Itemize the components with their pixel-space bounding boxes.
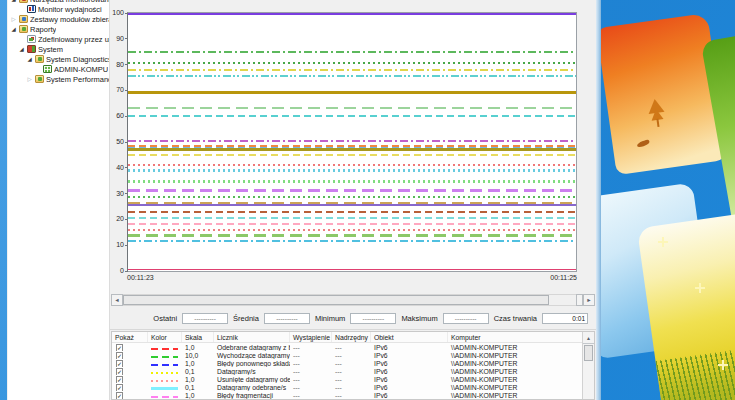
- show-checkbox[interactable]: ✓: [116, 360, 123, 367]
- show-checkbox[interactable]: ✓: [116, 352, 123, 359]
- legend-header-poka[interactable]: Pokaż: [112, 332, 148, 342]
- y-axis-tick: 40: [104, 164, 124, 172]
- sparkle-icon: [658, 237, 668, 247]
- legend-row[interactable]: ✓0,1Datagramy/s------IPv6\\ADMIN-KOMPUTE…: [112, 367, 594, 375]
- counter-cell: Datagramy/s: [214, 368, 290, 375]
- legend-row[interactable]: ✓1,0Błędy fragmentacji------IPv6\\ADMIN-…: [112, 391, 594, 399]
- legend-header-obiekt[interactable]: Obiekt: [371, 332, 448, 342]
- tree-item-label: Zdefiniowany przez uży: [38, 35, 109, 44]
- tree-item-monitor-wydajno-ci[interactable]: Monitor wydajności: [8, 4, 109, 14]
- v-scroll-thumb[interactable]: [584, 345, 593, 361]
- legend-row[interactable]: ✓1,0Odebrane datagramy z bł...------IPv6…: [112, 343, 594, 351]
- legend-header-kolor[interactable]: Kolor: [148, 332, 182, 342]
- tree-item-system[interactable]: ◢System: [8, 44, 109, 54]
- scroll-up-button[interactable]: ▲: [583, 332, 594, 344]
- system-icon: [27, 45, 36, 53]
- x-axis-labels: 00:11:23 00:11:25: [127, 274, 577, 281]
- show-checkbox[interactable]: ✓: [116, 368, 123, 375]
- instance-cell: ---: [290, 392, 332, 399]
- object-cell: IPv6: [371, 384, 448, 391]
- parent-cell: ---: [332, 384, 371, 391]
- chart-line: [128, 269, 576, 270]
- chart-line: [128, 240, 576, 242]
- chart-line: [128, 148, 576, 151]
- y-axis-tick: 30: [104, 190, 124, 198]
- legend-table[interactable]: PokażKolorSkalaLicznikWystąpienieNadrzęd…: [111, 331, 595, 400]
- show-cell: ✓: [112, 360, 148, 367]
- object-cell: IPv6: [371, 392, 448, 399]
- h-scroll-track[interactable]: [123, 294, 576, 306]
- chart-line: [128, 189, 576, 192]
- bird-silhouette: [636, 139, 650, 148]
- h-scroll-thumb[interactable]: [123, 295, 549, 305]
- counter-cell: Wychodzące datagramy ...: [214, 352, 290, 359]
- computer-cell: \\ADMIN-KOMPUTER: [448, 344, 594, 351]
- v-scrollbar[interactable]: ▲: [582, 332, 594, 399]
- folder-tools-icon: [19, 0, 28, 3]
- computer-cell: \\ADMIN-KOMPUTER: [448, 392, 594, 399]
- tree-item-system-performanc[interactable]: ▷System Performanc: [8, 74, 109, 84]
- legend-row[interactable]: ✓1,0Usunięte datagramy odeb...------IPv6…: [112, 375, 594, 383]
- expand-arrow[interactable]: ◢: [26, 54, 33, 64]
- scale-cell: 1,0: [182, 392, 214, 399]
- legend-row[interactable]: ✓0,1Datagramy odebrane/s------IPv6\\ADMI…: [112, 383, 594, 391]
- expand-arrow[interactable]: ◢: [10, 0, 17, 4]
- counter-cell: Błędy ponownego składa...: [214, 360, 290, 367]
- expand-arrow[interactable]: ◢: [10, 24, 17, 34]
- show-checkbox[interactable]: ✓: [116, 376, 123, 383]
- expand-arrow[interactable]: ▷: [26, 74, 33, 84]
- instance-cell: ---: [290, 352, 332, 359]
- scale-cell: 0,1: [182, 368, 214, 375]
- legend-header-licznik[interactable]: Licznik: [214, 332, 290, 342]
- tree-item-system-diagnostics[interactable]: ◢System Diagnostics: [8, 54, 109, 64]
- sparkle-icon: [695, 283, 705, 293]
- parent-cell: ---: [332, 392, 371, 399]
- tree-item-admin-kompu[interactable]: ADMIN-KOMPU: [8, 64, 109, 74]
- chart-line: [128, 13, 576, 15]
- legend-header-komputer[interactable]: Komputer: [448, 332, 594, 342]
- y-axis-tick: 60: [104, 112, 124, 120]
- chart-line: [128, 169, 576, 172]
- object-cell: IPv6: [371, 344, 448, 351]
- chart-panel[interactable]: 1009080706050403020100: [127, 12, 577, 272]
- legend-row[interactable]: ✓10,0Wychodzące datagramy ...------IPv6\…: [112, 351, 594, 359]
- h-scrollbar[interactable]: ◄ ►: [111, 294, 595, 306]
- color-cell: [148, 392, 182, 399]
- collector-icon: [19, 15, 28, 23]
- scale-cell: 10,0: [182, 352, 214, 359]
- show-checkbox[interactable]: ✓: [116, 344, 123, 351]
- console-tree-panel: ◢Narzędzia monitorowaniaMonitor wydajnoś…: [8, 0, 110, 400]
- h-scroll-splitter[interactable]: [576, 294, 583, 306]
- legend-header-skala[interactable]: Skala: [182, 332, 214, 342]
- instance-cell: ---: [290, 344, 332, 351]
- tree-item-label: Raporty: [30, 25, 56, 34]
- show-checkbox[interactable]: ✓: [116, 392, 123, 399]
- show-checkbox[interactable]: ✓: [116, 384, 123, 391]
- scroll-right-button[interactable]: ►: [583, 294, 595, 306]
- windows-logo-pane-orange: [596, 13, 728, 175]
- counter-cell: Błędy fragmentacji: [214, 392, 290, 399]
- reports-icon: [19, 25, 28, 33]
- expand-arrow[interactable]: ◢: [18, 44, 25, 54]
- legend-row[interactable]: ✓1,0Błędy ponownego składa...------IPv6\…: [112, 359, 594, 367]
- instance-cell: ---: [290, 368, 332, 375]
- color-sample: [151, 372, 178, 374]
- tree-item-zestawy-modu-w-zbieraja[interactable]: ▷Zestawy modułów zbieraja: [8, 14, 109, 24]
- stat-label-minimum: Minimum: [315, 314, 345, 323]
- object-cell: IPv6: [371, 368, 448, 375]
- tree-item-raporty[interactable]: ◢Raporty: [8, 24, 109, 34]
- scroll-left-button[interactable]: ◄: [111, 294, 123, 306]
- legend-header-wyst-pienie[interactable]: Wystąpienie: [290, 332, 332, 342]
- chart-line: [128, 217, 576, 219]
- show-cell: ✓: [112, 376, 148, 383]
- parent-cell: ---: [332, 344, 371, 351]
- y-axis-tick: 50: [104, 138, 124, 146]
- legend-header-nadrz-dny[interactable]: Nadrzędny: [332, 332, 371, 342]
- divider: [110, 329, 596, 330]
- tree-item-zdefiniowany-przez-u-y[interactable]: Zdefiniowany przez uży: [8, 34, 109, 44]
- stat-label-maksimum: Maksimum: [401, 314, 437, 323]
- expand-arrow[interactable]: ▷: [10, 14, 17, 24]
- tree-silhouette: [647, 98, 665, 114]
- user-defined-icon: [27, 35, 36, 43]
- chart-line: [128, 69, 576, 71]
